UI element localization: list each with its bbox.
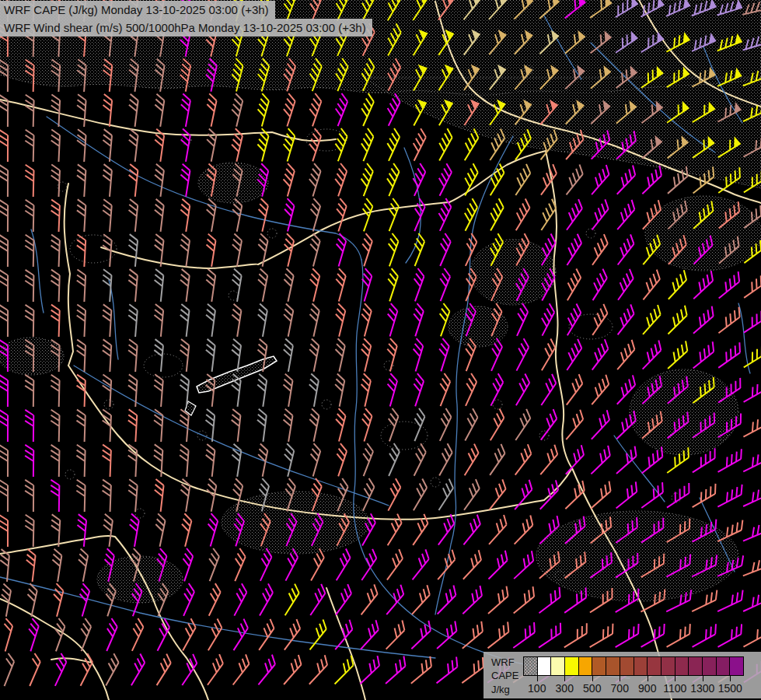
- legend-tick: [675, 676, 675, 681]
- legend-swatch-11: [675, 657, 689, 675]
- legend-tick-value: 500: [583, 682, 601, 695]
- legend-swatch-12: [689, 657, 703, 675]
- legend-tick-value: 700: [611, 682, 629, 695]
- legend-label-cape: CAPE: [491, 670, 518, 681]
- legend-colorbar: [523, 656, 744, 676]
- map-title-shear: WRF Wind shear (m/s) 500/1000hPa Monday …: [0, 19, 372, 37]
- legend-swatch-0: [524, 657, 538, 675]
- legend-swatch-2: [551, 657, 565, 675]
- legend-tick-value: 1500: [718, 682, 742, 695]
- legend-tick: [620, 676, 620, 681]
- legend-swatch-10: [662, 657, 675, 675]
- legend-label-wrf: WRF: [491, 657, 515, 667]
- legend-label-unit: J/kg: [491, 684, 510, 695]
- legend-tick-value: 300: [556, 682, 574, 695]
- wrf-map-screen: WRF CAPE (J/kg) Monday 13-10-2025 03:00 …: [0, 0, 761, 700]
- legend-swatch-9: [648, 657, 662, 675]
- legend-swatch-5: [592, 657, 606, 675]
- legend-tick: [592, 676, 593, 681]
- map-title-cape: WRF CAPE (J/kg) Monday 13-10-2025 03:00 …: [0, 1, 275, 19]
- legend-tick: [703, 676, 703, 681]
- legend-tick: [648, 676, 648, 681]
- legend-swatch-3: [565, 657, 579, 675]
- legend-tick-value: 900: [638, 682, 656, 695]
- legend-swatch-15: [730, 657, 743, 675]
- legend-swatch-4: [579, 657, 593, 675]
- legend-tick: [730, 676, 731, 681]
- legend-swatch-7: [620, 657, 634, 675]
- legend-tick-value: 1100: [663, 682, 686, 695]
- cape-legend: WRF CAPE J/kg 10030050070090011001300150…: [483, 652, 761, 698]
- legend-swatch-14: [717, 657, 731, 675]
- legend-tick-value: 100: [528, 682, 546, 695]
- weather-map: [0, 0, 761, 700]
- legend-tick-value: 1300: [690, 682, 714, 695]
- legend-swatch-6: [606, 657, 620, 675]
- legend-swatch-8: [634, 657, 648, 675]
- legend-tick: [564, 676, 565, 681]
- legend-tick: [537, 676, 538, 681]
- legend-swatch-1: [538, 657, 552, 675]
- legend-swatch-13: [703, 657, 717, 675]
